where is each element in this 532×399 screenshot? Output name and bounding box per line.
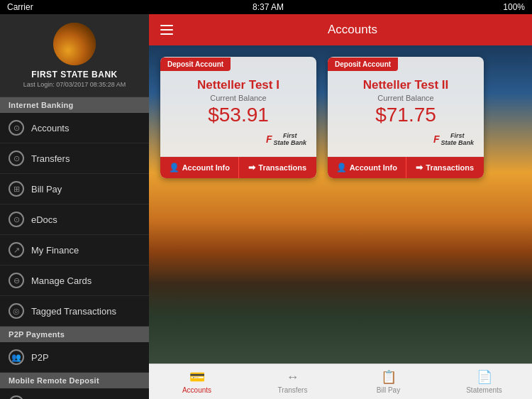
sidebar-item-icon: 📷 <box>9 395 24 399</box>
sidebar-item-icon: ⊙ <box>9 151 24 166</box>
balance-amount: $53.91 <box>170 104 306 126</box>
sidebar-item-my-finance[interactable]: ↗My Finance <box>0 235 149 266</box>
account-name: Netteller Test II <box>338 78 474 92</box>
sidebar-item-icon: ⊞ <box>9 181 24 197</box>
time-label: 8:37 AM <box>253 2 284 12</box>
tab-label-0: Accounts <box>182 386 211 394</box>
logo-bank-name: FirstState Bank <box>273 132 306 146</box>
sidebar-item-icon: ↗ <box>9 242 24 258</box>
tab-icon-3: 📄 <box>477 369 492 385</box>
deposit-badge: Deposit Account <box>160 57 316 71</box>
balance-amount: $71.75 <box>338 104 474 126</box>
transactions-label: Transactions <box>258 163 306 172</box>
card-body: Netteller Test I Current Balance $53.91 … <box>160 71 316 156</box>
tab-label-2: Bill Pay <box>377 386 400 394</box>
account-info-icon: 👤 <box>336 163 347 173</box>
account-info-label: Account Info <box>350 163 397 172</box>
card-logo: F FirstState Bank <box>338 132 474 151</box>
sidebar-item-label: Manage Cards <box>31 275 92 286</box>
transactions-button[interactable]: ➡ Transactions <box>406 157 484 178</box>
bank-logo-text: F FirstState Bank <box>433 132 474 146</box>
tab-statements[interactable]: 📄 Statements <box>436 364 532 399</box>
bank-name: FIRST STATE BANK <box>31 70 118 80</box>
accounts-area: Deposit Account Netteller Test I Current… <box>149 45 532 364</box>
tab-bar: 💳 Accounts ↔ Transfers 📋 Bill Pay 📄 Stat… <box>149 364 532 399</box>
deposit-badge-label: Deposit Account <box>328 58 398 71</box>
tab-accounts[interactable]: 💳 Accounts <box>149 364 245 399</box>
bank-logo <box>53 23 96 65</box>
header-title: Accounts <box>184 23 521 37</box>
sidebar-item-label: P2P <box>31 352 49 363</box>
account-info-button[interactable]: 👤 Account Info <box>160 157 239 178</box>
tab-bill-pay[interactable]: 📋 Bill Pay <box>340 364 436 399</box>
hamburger-button[interactable] <box>160 25 173 35</box>
card-body: Netteller Test II Current Balance $71.75… <box>328 71 484 156</box>
battery-label: 100% <box>503 2 525 12</box>
hamburger-line-3 <box>160 33 173 35</box>
account-info-label: Account Info <box>182 163 230 172</box>
logo-f-letter: F <box>266 133 272 145</box>
tab-icon-1: ↔ <box>287 370 299 385</box>
bank-last-login: Last Login: 07/03/2017 08:35:28 AM <box>23 81 126 88</box>
sidebar-item-label: eDocs <box>31 214 57 225</box>
card-actions: 👤 Account Info ➡ Transactions <box>160 156 316 178</box>
sidebar-item-bill-pay[interactable]: ⊞Bill Pay <box>0 174 149 204</box>
sidebar-header: FIRST STATE BANK Last Login: 07/03/2017 … <box>0 14 149 97</box>
balance-label: Current Balance <box>338 94 474 102</box>
sidebar-item-label: Tagged Transactions <box>31 306 116 317</box>
sidebar-item-tagged-transactions[interactable]: ◎Tagged Transactions <box>0 296 149 327</box>
sidebar-item-icon: 👥 <box>9 349 24 365</box>
cards-row: Deposit Account Netteller Test I Current… <box>149 45 532 190</box>
tab-transfers[interactable]: ↔ Transfers <box>245 364 340 399</box>
sidebar-item-accounts[interactable]: ⊙Accounts <box>0 113 149 143</box>
sidebar-section-header: Mobile Remote Deposit <box>0 373 149 388</box>
hamburger-line-1 <box>160 25 173 26</box>
account-card-0: Deposit Account Netteller Test I Current… <box>160 57 316 178</box>
transactions-icon: ➡ <box>416 163 423 173</box>
logo-f-letter: F <box>433 133 440 145</box>
sidebar-item-label: Accounts <box>31 123 69 133</box>
app-container: FIRST STATE BANK Last Login: 07/03/2017 … <box>0 14 532 399</box>
hamburger-line-2 <box>160 29 173 31</box>
sidebar: FIRST STATE BANK Last Login: 07/03/2017 … <box>0 14 149 399</box>
sidebar-item-label: Bill Pay <box>31 184 62 195</box>
logo-bank-name: FirstState Bank <box>440 132 474 146</box>
sidebar-item-p2p[interactable]: 👥P2P <box>0 342 149 373</box>
sidebar-item-icon: ⊖ <box>9 273 24 288</box>
tab-label-3: Statements <box>466 386 502 394</box>
account-name: Netteller Test I <box>170 78 306 92</box>
sidebar-item-manage-cards[interactable]: ⊖Manage Cards <box>0 266 149 296</box>
tab-icon-2: 📋 <box>381 369 397 385</box>
main-content: Accounts Deposit Account Netteller Test … <box>149 14 532 399</box>
bank-logo-text: F FirstState Bank <box>266 132 306 146</box>
sidebar-item-mobile-deposit[interactable]: 📷Mobile Deposit <box>0 388 149 399</box>
transactions-icon: ➡ <box>248 163 255 173</box>
deposit-badge-label: Deposit Account <box>160 58 231 71</box>
deposit-badge: Deposit Account <box>328 57 484 71</box>
sidebar-section-header: P2P Payments <box>0 327 149 342</box>
account-info-icon: 👤 <box>169 163 179 173</box>
tab-label-1: Transfers <box>278 386 308 394</box>
bank-logo-inner <box>53 23 96 65</box>
transactions-button[interactable]: ➡ Transactions <box>239 157 317 178</box>
account-card-1: Deposit Account Netteller Test II Curren… <box>328 57 484 178</box>
status-bar: Carrier 8:37 AM 100% <box>0 0 532 14</box>
carrier-label: Carrier <box>7 2 33 12</box>
sidebar-item-icon: ◎ <box>9 303 24 319</box>
card-logo: F FirstState Bank <box>170 132 306 151</box>
sidebar-item-transfers[interactable]: ⊙Transfers <box>0 143 149 174</box>
tab-icon-0: 💳 <box>189 369 205 385</box>
sidebar-section-header: Internet Banking <box>0 97 149 113</box>
sidebar-item-label: My Finance <box>31 245 79 256</box>
balance-label: Current Balance <box>170 94 306 102</box>
main-header: Accounts <box>149 14 532 45</box>
card-actions: 👤 Account Info ➡ Transactions <box>328 156 484 178</box>
account-info-button[interactable]: 👤 Account Info <box>328 157 406 178</box>
sidebar-item-icon: ⊙ <box>9 120 24 136</box>
sidebar-item-label: Transfers <box>31 153 70 164</box>
sidebar-item-edocs[interactable]: ⊙eDocs <box>0 204 149 235</box>
sidebar-sections: Internet Banking⊙Accounts⊙Transfers⊞Bill… <box>0 97 149 399</box>
sidebar-item-icon: ⊙ <box>9 212 24 227</box>
transactions-label: Transactions <box>426 163 474 172</box>
